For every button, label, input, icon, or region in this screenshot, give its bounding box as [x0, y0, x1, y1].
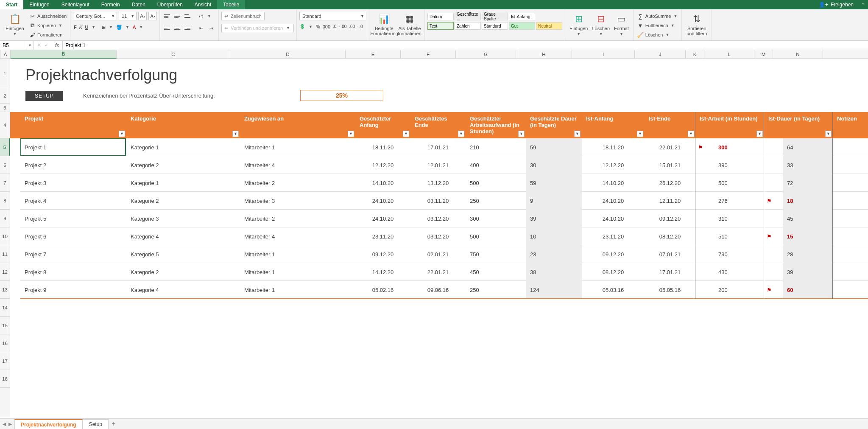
table-cell[interactable]: 59	[526, 174, 582, 192]
table-cell[interactable]: 23.11.20	[355, 227, 410, 245]
row-header[interactable]: 10	[0, 227, 10, 245]
table-cell[interactable]: Kategorie 1	[126, 138, 240, 156]
table-header[interactable]: Geschätzter Anfang▼	[355, 112, 410, 138]
table-cell[interactable]: 18	[783, 192, 833, 210]
table-header[interactable]: Zugewiesen an▼	[240, 112, 355, 138]
row-header[interactable]: 15	[0, 317, 10, 334]
copy-button[interactable]: ⧉Kopieren▼	[28, 21, 67, 30]
table-cell[interactable]: Mitarbeiter 2	[240, 174, 355, 192]
filter-icon[interactable]: ▼	[119, 131, 125, 137]
table-cell[interactable]: 05.02.16	[355, 281, 410, 299]
grow-font-button[interactable]: A▴	[138, 12, 147, 20]
table-cell[interactable]: 430	[714, 263, 764, 281]
font-name-select[interactable]: Century Got...▼	[73, 12, 117, 20]
cell-style[interactable]: Standard	[482, 22, 508, 30]
table-cell[interactable]: Projekt 9	[20, 281, 126, 299]
table-cell[interactable]: 10	[526, 227, 582, 245]
table-cell[interactable]: 15	[783, 227, 833, 245]
table-cell[interactable]: 24.10.20	[582, 192, 645, 210]
table-cell[interactable]: Projekt 3	[20, 174, 126, 192]
table-cell[interactable]: Mitarbeiter 4	[240, 156, 355, 174]
cell-styles-gallery[interactable]: DatumGeschätzte ...Graue SpalteIst-Anfan…	[425, 9, 565, 40]
ribbon-tab-seitenlayout[interactable]: Seitenlayout	[56, 0, 95, 9]
row-header[interactable]: 4	[0, 112, 10, 138]
filter-icon[interactable]: ▼	[688, 131, 694, 137]
table-cell[interactable]: Mitarbeiter 2	[240, 210, 355, 227]
sheet-tab[interactable]: Setup	[83, 419, 109, 429]
column-header[interactable]: F	[401, 50, 456, 59]
table-cell[interactable]: 14.10.20	[582, 174, 645, 192]
setup-button[interactable]: SETUP	[25, 91, 63, 101]
column-header[interactable]: G	[456, 50, 516, 59]
table-cell[interactable]: Kategorie 4	[126, 281, 240, 299]
row-header[interactable]: 8	[0, 192, 10, 210]
table-cell[interactable]: 14.10.20	[355, 174, 410, 192]
ribbon-tab-formeln[interactable]: Formeln	[95, 0, 126, 9]
row-header[interactable]: 5	[0, 138, 10, 156]
align-middle-button[interactable]	[173, 12, 182, 20]
increase-decimal-button[interactable]: .0→.00	[333, 24, 346, 29]
align-top-button[interactable]	[162, 12, 172, 20]
row-header[interactable]: 17	[0, 352, 10, 370]
column-header[interactable]: N	[773, 50, 823, 59]
table-cell[interactable]: Mitarbeiter 4	[240, 227, 355, 245]
cell-style[interactable]: Geschätzte ...	[455, 13, 481, 20]
name-box-dropdown[interactable]: ▼	[26, 41, 34, 50]
table-cell[interactable]: 39	[526, 210, 582, 227]
fx-icon[interactable]: fx	[52, 41, 63, 50]
table-cell[interactable]: 23.11.20	[582, 227, 645, 245]
row-header[interactable]: 16	[0, 334, 10, 352]
table-cell[interactable]: 09.12.20	[582, 245, 645, 263]
table-cell[interactable]: 59	[526, 138, 582, 156]
column-header[interactable]: A	[0, 50, 11, 59]
sheet-nav-next[interactable]: ▶	[8, 421, 12, 427]
font-color-button[interactable]: A	[133, 25, 136, 30]
table-cell[interactable]: 9	[526, 192, 582, 210]
table-header[interactable]: Ist-Ende▼	[645, 112, 695, 138]
ribbon-tab-daten[interactable]: Daten	[126, 0, 151, 9]
accept-formula-icon[interactable]: ✓	[45, 42, 48, 48]
table-cell[interactable]: 22.01.21	[645, 138, 695, 156]
table-cell[interactable]: 38	[526, 263, 582, 281]
table-cell[interactable]: 64	[783, 138, 833, 156]
orientation-button[interactable]: ⭯	[196, 12, 206, 20]
filter-icon[interactable]: ▼	[348, 131, 354, 137]
shrink-font-button[interactable]: A▾	[148, 12, 157, 20]
format-as-table-button[interactable]: ▦Als Tabelle formatieren	[397, 11, 422, 39]
table-cell[interactable]: Mitarbeiter 3	[240, 192, 355, 210]
ribbon-tab-überprüfen[interactable]: Überprüfen	[151, 0, 189, 9]
table-cell[interactable]: 200	[714, 281, 764, 299]
sheet-tab[interactable]: Projektnachverfolgung	[14, 419, 83, 429]
format-cells-button[interactable]: ▭Format▼	[612, 12, 631, 37]
table-header[interactable]: Kategorie▼	[126, 112, 240, 138]
row-header[interactable]: 2	[0, 88, 10, 104]
table-cell[interactable]: 210	[466, 138, 526, 156]
sheet-nav-prev[interactable]: ◀	[3, 421, 6, 427]
table-cell[interactable]: 39	[783, 263, 833, 281]
table-cell[interactable]: 26.12.20	[645, 174, 695, 192]
table-header[interactable]: Ist-Anfang▼	[582, 112, 645, 138]
table-cell[interactable]: 310	[714, 210, 764, 227]
conditional-formatting-button[interactable]: 📊Bedingte Formatierung	[372, 11, 396, 39]
table-cell[interactable]: 300	[714, 138, 764, 156]
font-size-select[interactable]: 11▼	[119, 12, 137, 20]
filter-icon[interactable]: ▼	[232, 131, 239, 137]
borders-button[interactable]: ⊞	[102, 25, 106, 30]
table-cell[interactable]: Mitarbeiter 1	[240, 263, 355, 281]
ribbon-tab-start[interactable]: Start	[0, 0, 23, 9]
table-cell[interactable]: 12.12.20	[355, 156, 410, 174]
table-cell[interactable]: 33	[783, 156, 833, 174]
paste-button[interactable]: 📋 Einfügen ▼	[3, 11, 27, 39]
table-cell[interactable]: 72	[783, 174, 833, 192]
table-header[interactable]: Geschätzte Dauer (in Tagen)▼	[526, 112, 582, 138]
table-cell[interactable]: 18.11.20	[582, 138, 645, 156]
table-cell[interactable]: 02.01.21	[410, 245, 466, 263]
table-cell[interactable]: Kategorie 2	[126, 192, 240, 210]
fill-button[interactable]: ▼Füllbereich▼	[636, 21, 679, 30]
filter-icon[interactable]: ▼	[637, 131, 643, 137]
table-cell[interactable]: Kategorie 4	[126, 227, 240, 245]
table-cell[interactable]: 24.10.20	[582, 210, 645, 227]
filter-icon[interactable]: ▼	[458, 131, 464, 137]
cell-style[interactable]: Text	[427, 22, 454, 30]
table-cell[interactable]: Projekt 7	[20, 245, 126, 263]
